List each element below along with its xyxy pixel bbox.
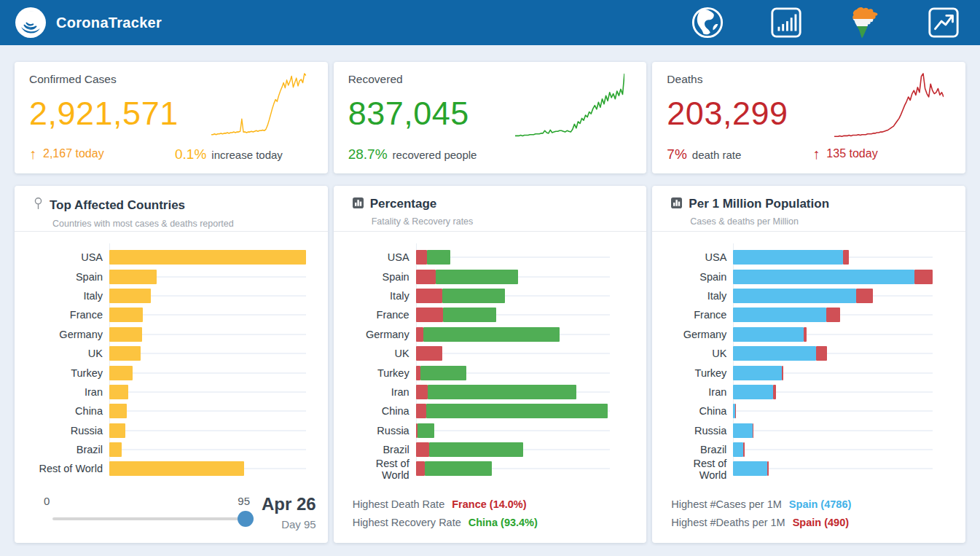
- bar-segment[interactable]: [443, 308, 496, 322]
- bar-segment[interactable]: [416, 270, 436, 284]
- bar-row-iran: Iran: [29, 383, 306, 402]
- bar-row-spain: Spain: [348, 267, 611, 286]
- bar-segment[interactable]: [109, 346, 141, 361]
- bar-segment[interactable]: [733, 423, 752, 438]
- bar-track: [109, 346, 306, 361]
- bar-chart-icon[interactable]: [769, 5, 804, 40]
- chart-title: Per 1 Million Population: [689, 197, 829, 211]
- bar-label: USA: [348, 251, 416, 263]
- bar-segment[interactable]: [426, 404, 608, 418]
- footer-stat-row: Highest Recovery RateChina (93.4%): [353, 517, 538, 528]
- bar-track: [109, 250, 306, 265]
- bar-row-russia: Russia: [667, 421, 933, 440]
- bar-segment[interactable]: [109, 366, 133, 380]
- slider-handle[interactable]: [238, 511, 254, 527]
- bar-label: Italy: [29, 290, 109, 302]
- bar-segment[interactable]: [826, 308, 839, 322]
- footer-stat-label: Highest Recovery Rate: [353, 517, 461, 528]
- app-logo-icon[interactable]: [15, 7, 47, 39]
- bar-label: UK: [29, 348, 109, 359]
- bar-segment[interactable]: [416, 366, 421, 380]
- footer-stat-label: Highest #Deaths per 1M: [671, 517, 785, 528]
- bar-segment[interactable]: [442, 289, 505, 303]
- bar-label: Spain: [348, 271, 416, 283]
- bar-track: [109, 327, 306, 342]
- bar-segment[interactable]: [425, 461, 492, 476]
- trend-chart-icon[interactable]: [926, 5, 961, 40]
- chart-title: Top Affected Countries: [50, 198, 185, 213]
- stat-left-detail: 28.7%recovered people: [348, 146, 477, 163]
- bar-segment[interactable]: [767, 461, 769, 476]
- bar-segment[interactable]: [733, 461, 767, 476]
- bar-segment[interactable]: [109, 442, 122, 457]
- bar-segment[interactable]: [733, 327, 803, 342]
- bar-segment[interactable]: [816, 346, 827, 361]
- bar-segment[interactable]: [914, 270, 933, 284]
- bar-segment[interactable]: [416, 404, 427, 418]
- bar-segment[interactable]: [109, 270, 157, 284]
- bar-segment[interactable]: [418, 423, 434, 438]
- bar-segment[interactable]: [436, 270, 518, 284]
- bar-track: [109, 289, 306, 303]
- globe-icon[interactable]: [690, 5, 725, 40]
- poll-icon: [353, 197, 364, 211]
- bar-segment[interactable]: [416, 327, 423, 342]
- bar-segment[interactable]: [743, 442, 745, 457]
- bar-segment[interactable]: [109, 404, 127, 418]
- bar-track: [416, 270, 611, 284]
- bar-segment[interactable]: [109, 327, 142, 342]
- slider-max-label: 95: [238, 495, 250, 507]
- bar-segment[interactable]: [782, 366, 783, 380]
- bar-row-uk: UK: [667, 344, 933, 363]
- bar-segment[interactable]: [773, 385, 775, 399]
- bar-segment[interactable]: [733, 308, 826, 322]
- bar-segment[interactable]: [109, 289, 151, 303]
- bar-segment[interactable]: [733, 346, 816, 361]
- india-map-icon[interactable]: [847, 5, 882, 40]
- bar-segment[interactable]: [733, 385, 773, 399]
- bar-track: [733, 404, 933, 418]
- chart-subtitle: Cases & deaths per Million: [690, 216, 951, 227]
- bar-segment[interactable]: [416, 346, 442, 361]
- bar-segment[interactable]: [423, 327, 560, 342]
- chart-card-0: Top Affected CountriesCountries with mos…: [15, 186, 328, 543]
- stat-left-detail: 7%death rate: [667, 146, 741, 163]
- bar-segment[interactable]: [733, 442, 742, 457]
- bar-segment[interactable]: [428, 385, 576, 399]
- bar-segment[interactable]: [109, 385, 128, 399]
- bar-segment[interactable]: [416, 461, 425, 476]
- bar-segment[interactable]: [427, 250, 451, 265]
- bar-label: China: [667, 405, 733, 417]
- bar-segment[interactable]: [109, 250, 306, 265]
- bar-segment[interactable]: [420, 366, 466, 380]
- bar-segment[interactable]: [109, 423, 125, 438]
- bar-segment[interactable]: [109, 308, 143, 322]
- bar-label: Spain: [29, 271, 109, 283]
- bar-segment[interactable]: [416, 308, 443, 322]
- bar-segment[interactable]: [429, 442, 523, 457]
- bar-segment[interactable]: [733, 289, 856, 303]
- bar-track: [416, 442, 611, 457]
- bar-segment[interactable]: [109, 461, 244, 476]
- bar-segment[interactable]: [843, 250, 850, 265]
- bar-label: UK: [667, 348, 733, 359]
- bar-row-brazil: Brazil: [29, 440, 306, 459]
- bar-row-turkey: Turkey: [29, 363, 306, 382]
- bar-segment[interactable]: [416, 289, 442, 303]
- bar-label: Germany: [667, 329, 733, 340]
- bar-segment[interactable]: [733, 366, 781, 380]
- bar-segment[interactable]: [804, 327, 807, 342]
- bar-segment[interactable]: [416, 250, 427, 265]
- bar-segment[interactable]: [733, 250, 842, 265]
- bar-track: [109, 461, 306, 476]
- bar-row-russia: Russia: [29, 421, 306, 440]
- bar-label: Germany: [29, 329, 109, 340]
- bar-segment[interactable]: [733, 270, 914, 284]
- bar-segment[interactable]: [416, 442, 429, 457]
- charts-row: Top Affected CountriesCountries with mos…: [0, 173, 980, 556]
- bar-segment[interactable]: [856, 289, 873, 303]
- slider-track[interactable]: [52, 517, 248, 520]
- day-slider: 095: [44, 495, 250, 530]
- bar-row-uk: UK: [29, 344, 306, 363]
- bar-segment[interactable]: [416, 385, 428, 399]
